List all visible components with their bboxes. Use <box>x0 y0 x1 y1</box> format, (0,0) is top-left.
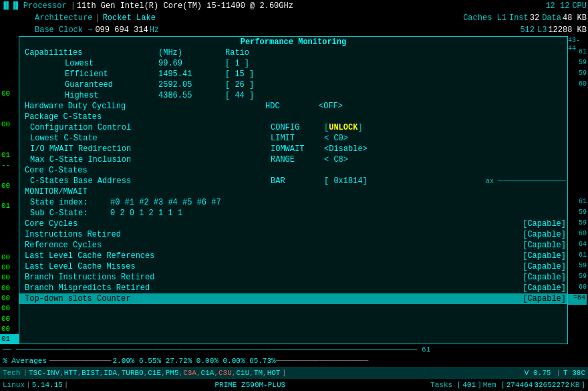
config-unlock: UNLOCK <box>329 123 357 132</box>
left-23: 00 <box>0 273 19 283</box>
hdc-value: <OFF> <box>319 102 343 111</box>
llc-ref-label: Last Level Cache References <box>25 251 154 261</box>
left-20 <box>0 242 19 252</box>
config-key: CONFIG <box>271 123 324 132</box>
main-screen: ▐▌▐▌ Processor | 11th Gen Intel(R) Core(… <box>0 0 588 391</box>
proc-separator: | <box>71 1 76 11</box>
avg-sep: ────────────── <box>49 357 111 365</box>
left-12: -- <box>0 160 19 170</box>
left-19 <box>0 232 19 242</box>
row-max-c: Max C-State Inclusion RANGE < C8> <box>19 154 567 165</box>
tech-temp: T 38C <box>563 369 585 377</box>
branch-mis-value: [Capable] <box>523 283 566 293</box>
right-21: 59 <box>579 262 587 273</box>
linux-board: PRIME Z590M-PLUS <box>214 381 285 389</box>
left-6 <box>0 99 19 109</box>
left-28: 00 <box>0 323 19 334</box>
topdown-value: [Capable] <box>523 294 566 303</box>
left-8: 00 <box>0 119 19 129</box>
lowest-value: 99.69 <box>158 59 225 68</box>
right-4: 60 <box>579 80 587 91</box>
core-cycles-value: [Capable] <box>523 219 566 229</box>
tech-bracket-close: ] <box>281 369 286 377</box>
averages-label: % Averages <box>3 357 47 365</box>
left-11: 01 <box>0 150 19 160</box>
row-branch-mis: Branch Mispredicts Retired [Capable] <box>19 283 567 293</box>
right-20: 61 <box>579 251 587 262</box>
left-29: 01 <box>0 334 19 344</box>
right-15: 61 <box>579 198 587 209</box>
header-row-2: Architecture | Rocket Lake Caches L1 Ins… <box>0 12 588 24</box>
state-index-label: State index: <box>30 198 110 207</box>
perf-rows: Lowest 99.69 [ 1 ] Efficient 1495.41 [ 1… <box>19 58 568 344</box>
row-cstates-base: C-States Base Address BAR [ 0x1814] ax ─… <box>19 176 567 186</box>
data-value: 48 KB <box>563 13 587 23</box>
tech-c1a: C1A <box>201 369 214 377</box>
left-3 <box>0 68 19 78</box>
inst-retired-value: [Capable] <box>523 230 566 239</box>
proc-name: 11th Gen Intel(R) Core(TM) i5-11400 @ 2.… <box>77 1 293 11</box>
row-pkg-states: Package C-States <box>19 112 567 122</box>
row-highest: Highest 4386.55 [ 44 ] <box>19 90 567 101</box>
left-27: 00 <box>0 313 19 323</box>
row-config: Configuration Control CONFIG [ UNLOCK] <box>19 122 567 133</box>
left-1 <box>0 47 19 57</box>
guaranteed-ratio: [ 26 ] <box>225 80 566 90</box>
cpu-graph-icon: ▐▌▐▌ <box>1 1 21 11</box>
max-c-value: < C8> <box>324 155 348 164</box>
mem-label: Mem [ <box>483 381 505 389</box>
row-efficient: Efficient 1495.41 [ 15 ] <box>19 69 567 80</box>
right-16: 59 <box>579 209 587 219</box>
perf-panel-container: Performance Monitoring Capabilities (MHz… <box>19 36 568 344</box>
ref-cycles-label: Reference Cycles <box>25 241 102 250</box>
core-counts: 12 12 <box>545 1 569 11</box>
col-mhz: (MHz) <box>158 48 225 57</box>
lowest-c-key: LIMIT <box>271 134 324 143</box>
lowest-label: Lowest <box>25 59 158 68</box>
highest-ratio: [ 44 ] <box>225 91 566 100</box>
main-area: 00 00 01 -- 00 01 00 00 00 00 00 00 00 0… <box>0 36 588 344</box>
l3-label: L3 <box>537 25 547 35</box>
row-lowest-c: Lowest C-State LIMIT < C0> <box>19 133 567 144</box>
tech-bist: BIST <box>82 369 99 377</box>
right-top: 43-44 <box>568 36 587 48</box>
row-ref-cycles: Reference Cycles [Capable] <box>19 240 567 251</box>
inst-retired-label: Instructions Retired <box>25 230 121 239</box>
t6: , <box>161 369 166 377</box>
row-core-cycles: Core Cycles [Capable] <box>19 219 567 229</box>
lowest-ratio: [ 1 ] <box>225 59 566 68</box>
t5: , <box>144 369 148 377</box>
guaranteed-label: Guaranteed <box>25 80 158 90</box>
tech-c1u: C1U <box>236 369 249 377</box>
cpu-label: CPU <box>572 1 587 11</box>
right-2: 59 <box>579 59 587 70</box>
perf-panel-top: Performance Monitoring <box>19 36 568 47</box>
tech-c3u: C3U <box>218 369 232 377</box>
linux-bracket-close: | <box>64 381 69 389</box>
dashes-right: ax ───────────────── <box>368 178 566 185</box>
lowest-c-value: < C0> <box>324 134 348 143</box>
row-guaranteed: Guaranteed 2592.05 [ 26 ] <box>19 80 567 90</box>
linux-bracket-open: | <box>26 381 31 389</box>
cstates-base-value: [ 0x1814] <box>324 176 368 186</box>
hdc-label: Hardware Duty Cycling <box>25 102 265 111</box>
tech-tsc: TSC-INV <box>29 369 59 377</box>
t12: , <box>263 369 267 377</box>
max-c-label: Max C-State Inclusion <box>30 155 271 164</box>
clock-value: 099 694 314 <box>95 25 148 35</box>
efficient-label: Efficient <box>25 70 158 79</box>
avg-dashes-right: ───────────────────── <box>276 357 585 365</box>
row-llc-miss: Last Level Cache Misses [Capable] <box>19 261 567 272</box>
config-bracket-close: ] <box>357 123 362 132</box>
linux-label: Linux <box>3 381 25 389</box>
row-lowest: Lowest 99.69 [ 1 ] <box>19 58 567 69</box>
dashes: ── ─────────────────────────────────────… <box>3 346 430 354</box>
efficient-ratio: [ 15 ] <box>225 70 566 79</box>
tech-label: Tech <box>3 369 20 377</box>
row-hdc: Hardware Duty Cycling HDC <OFF> <box>19 101 567 112</box>
processor-label: Processor <box>23 1 67 11</box>
left-24: 00 <box>0 283 19 293</box>
col-cap: Capabilities <box>25 48 158 57</box>
tech-bar: Tech | TSC-INV , HTT , BIST , IDA , TURB… <box>0 367 588 379</box>
efficient-value: 1495.41 <box>158 70 225 79</box>
